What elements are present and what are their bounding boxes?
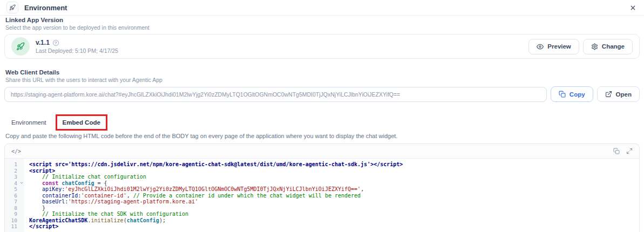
version-info: v.1.1 ? Last Deployed: 5:10 PM; 4/17/25 bbox=[36, 39, 118, 54]
code-content: <script src='https://cdn.jsdelivr.net/np… bbox=[24, 159, 639, 232]
copy-url-button[interactable]: Copy bbox=[551, 86, 593, 102]
code-tools bbox=[613, 148, 633, 154]
code-line: const chatConfig = { bbox=[29, 180, 639, 187]
code-line: baseUrl:'https://staging-agent-platform.… bbox=[29, 199, 639, 205]
change-button[interactable]: Change bbox=[583, 39, 633, 54]
version-rocket-icon bbox=[11, 37, 30, 56]
panel-content: Linked App Version Select the app versio… bbox=[0, 16, 644, 232]
version-label: v.1.1 bbox=[36, 39, 50, 46]
line-number-gutter: 1234567891011 bbox=[5, 159, 24, 232]
code-line: containerId:'container-id', // Provide a… bbox=[29, 193, 639, 199]
environment-panel: Environment Linked App Version Select th… bbox=[0, 0, 644, 232]
code-panel-header: </> bbox=[5, 144, 639, 159]
close-icon[interactable] bbox=[629, 4, 636, 11]
line-number: 7 bbox=[5, 199, 24, 205]
gear-icon bbox=[591, 43, 598, 50]
code-line: } bbox=[29, 205, 639, 211]
code-icon: </> bbox=[11, 148, 21, 154]
embed-code-panel: </> 1234567891011 <script src='https://c… bbox=[4, 144, 640, 232]
change-button-label: Change bbox=[602, 43, 625, 50]
tab-embed-code[interactable]: Embed Code bbox=[56, 114, 107, 131]
version-card-actions: Preview Change bbox=[528, 39, 633, 54]
rocket-icon bbox=[6, 2, 18, 13]
tab-environment[interactable]: Environment bbox=[4, 114, 53, 131]
line-number: 11 bbox=[5, 223, 24, 230]
web-client-heading: Web Client Details bbox=[5, 69, 639, 76]
linked-app-version-heading: Linked App Version bbox=[5, 16, 639, 24]
web-client-url-input[interactable]: https://staging-agent-platform.kore.ai/c… bbox=[4, 87, 547, 102]
code-line: KoreAgenticChatSDK.initialize(chatConfig… bbox=[29, 217, 639, 224]
fold-chevron-icon[interactable] bbox=[19, 181, 24, 185]
copy-code-icon[interactable] bbox=[613, 148, 620, 154]
line-number: 10 bbox=[5, 217, 24, 224]
web-client-section: Web Client Details Share this URL with t… bbox=[4, 69, 640, 102]
code-line: // Initialize the chat SDK with configur… bbox=[29, 211, 639, 217]
external-link-icon bbox=[605, 91, 612, 98]
line-number: 1 bbox=[5, 161, 24, 168]
line-number: 5 bbox=[5, 186, 24, 193]
last-deployed-text: Last Deployed: 5:10 PM; 4/17/25 bbox=[36, 47, 118, 54]
line-number: 3 bbox=[5, 174, 24, 180]
linked-version-card: v.1.1 ? Last Deployed: 5:10 PM; 4/17/25 … bbox=[4, 34, 640, 59]
code-line: apiKey:'eyJhcGlLZXkiOiJhdi01M2lwYjg2Yi0z… bbox=[29, 186, 639, 193]
code-line: </script> bbox=[29, 223, 639, 230]
tabs: EnvironmentEmbed Code bbox=[4, 114, 640, 131]
line-number: 6 bbox=[5, 193, 24, 199]
linked-app-version-subheading: Select the app version to be deployed in… bbox=[5, 24, 639, 31]
help-icon[interactable]: ? bbox=[53, 40, 59, 46]
code-editor[interactable]: 1234567891011 <script src='https://cdn.j… bbox=[5, 159, 639, 232]
code-line: // Initialize chat configuration bbox=[29, 174, 639, 180]
open-button-label: Open bbox=[616, 91, 632, 98]
eye-icon bbox=[537, 43, 544, 50]
embed-instruction: Copy and paste the following HTML code b… bbox=[5, 133, 639, 140]
line-number: 4 bbox=[5, 180, 24, 187]
page-title: Environment bbox=[24, 4, 67, 12]
code-line: <script src='https://cdn.jsdelivr.net/np… bbox=[29, 161, 639, 168]
line-number: 9 bbox=[5, 211, 24, 217]
open-url-button[interactable]: Open bbox=[597, 86, 640, 102]
web-client-subheading: Share this URL with the users to interac… bbox=[5, 77, 639, 84]
code-line: <script> bbox=[29, 168, 639, 174]
copy-icon bbox=[559, 91, 566, 98]
panel-header: Environment bbox=[0, 0, 644, 16]
expand-icon[interactable] bbox=[626, 148, 633, 154]
line-number: 2 bbox=[5, 168, 24, 174]
preview-button-label: Preview bbox=[547, 43, 571, 50]
copy-button-label: Copy bbox=[570, 91, 585, 98]
line-number: 8 bbox=[5, 205, 24, 211]
preview-button[interactable]: Preview bbox=[528, 39, 579, 54]
